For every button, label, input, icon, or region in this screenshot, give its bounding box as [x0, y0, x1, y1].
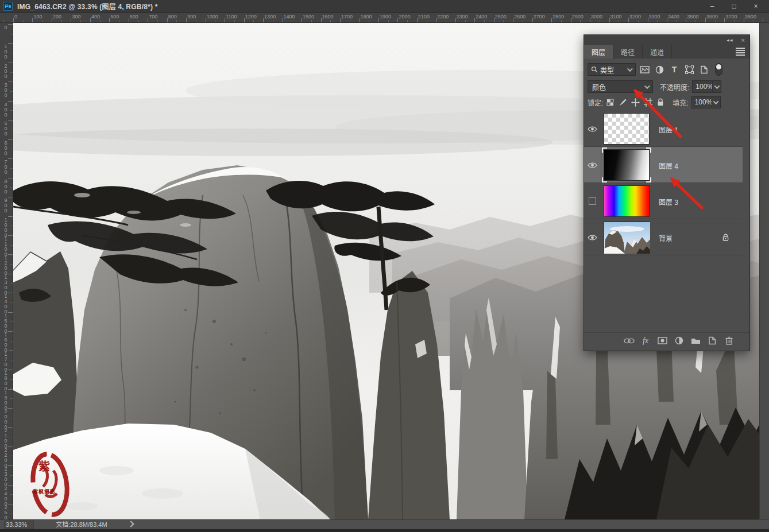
- tab-channels[interactable]: 通道: [643, 45, 672, 59]
- h-ruler-tick-label: 1600: [322, 14, 334, 20]
- fill-value: 100%: [695, 98, 713, 106]
- filter-type-layers-icon[interactable]: T: [668, 63, 681, 76]
- h-ruler-tick-label: 400: [91, 14, 100, 20]
- lock-image-pixels-brush-icon[interactable]: [617, 96, 628, 108]
- fill-value-field[interactable]: 100%: [691, 96, 712, 108]
- panel-menu-icon[interactable]: [736, 48, 745, 55]
- filter-shape-layers-icon[interactable]: [683, 63, 695, 76]
- blend-mode-dropdown[interactable]: 颜色: [588, 80, 653, 93]
- v-ruler-tick-label: 2300: [3, 466, 9, 487]
- v-ruler-tick-label: 1800: [3, 370, 9, 391]
- h-ruler-tick-label: 3400: [668, 14, 679, 20]
- lock-position-move-icon[interactable]: [629, 96, 641, 108]
- v-ruler-tick-label: 1600: [3, 332, 9, 352]
- layer-name[interactable]: 背景: [659, 233, 673, 243]
- document-size-info[interactable]: 文档:28.8M/83.4M: [36, 521, 127, 529]
- status-chevron-icon[interactable]: [127, 521, 134, 527]
- collapse-to-icons-icon[interactable]: ◀◀: [727, 38, 733, 42]
- layer-list: 图层 1 图: [584, 111, 743, 255]
- lock-all-icon[interactable]: [655, 96, 666, 108]
- h-ruler-tick-label: 3200: [629, 14, 641, 20]
- watermark-text: 紫枫摄影: [33, 488, 56, 495]
- filter-type-dropdown[interactable]: 类型: [588, 63, 636, 76]
- horizontal-ruler: 0100200300400500600700800900100011001200…: [0, 13, 769, 23]
- layer-name[interactable]: 图层 3: [659, 197, 678, 207]
- new-adjustment-layer-icon[interactable]: [673, 336, 685, 346]
- opacity-dropdown-button[interactable]: [712, 80, 721, 93]
- h-ruler-tick-label: 100: [33, 14, 42, 20]
- h-ruler-tick-label: 200: [53, 14, 61, 20]
- close-button[interactable]: ×: [745, 0, 767, 13]
- selection-bracket: [646, 177, 651, 182]
- layer-row-layer4-selected[interactable]: 图层 4: [584, 147, 743, 183]
- lock-artboard-icon[interactable]: [642, 96, 654, 108]
- h-ruler-tick-label: 2400: [476, 14, 487, 20]
- filter-pixel-layers-icon[interactable]: [638, 63, 651, 76]
- panel-bottom-toolbar: fx: [584, 332, 749, 348]
- link-layers-icon[interactable]: [623, 336, 635, 346]
- selection-bracket: [602, 147, 607, 153]
- new-group-folder-icon[interactable]: [690, 336, 701, 346]
- v-ruler-tick-label: 1700: [3, 351, 9, 372]
- visibility-toggle[interactable]: [584, 219, 601, 255]
- v-ruler-tick-label: 0: [3, 25, 9, 30]
- h-ruler-tick-label: 3000: [591, 14, 602, 20]
- filter-smart-objects-icon[interactable]: [698, 63, 710, 76]
- eye-icon: [588, 162, 597, 169]
- lock-transparent-pixels-icon[interactable]: [604, 96, 616, 108]
- h-ruler-tick-label: 3500: [687, 14, 698, 20]
- layer-thumbnail[interactable]: [603, 112, 650, 145]
- filter-adjustment-layers-icon[interactable]: [653, 63, 666, 76]
- v-ruler-tick-label: 100: [3, 44, 9, 59]
- layer-row-background[interactable]: 背景: [584, 219, 743, 255]
- layer-thumbnail[interactable]: [603, 185, 650, 218]
- h-ruler-tick-label: 1900: [380, 14, 391, 20]
- thumbnail-color-photo: [604, 222, 650, 253]
- layer-row-layer3-hidden[interactable]: 图层 3: [584, 183, 743, 219]
- filter-toggle-switch[interactable]: [715, 63, 722, 76]
- visibility-toggle[interactable]: [584, 183, 601, 219]
- v-ruler-tick-label: 500: [3, 121, 9, 136]
- tab-layers[interactable]: 图层: [584, 45, 613, 59]
- layer-row-layer1[interactable]: 图层 1: [584, 111, 743, 147]
- visibility-toggle[interactable]: [584, 111, 601, 147]
- v-ruler-tick-label: 1900: [3, 390, 9, 410]
- layer-thumbnail[interactable]: [603, 221, 650, 254]
- h-ruler-tick-label: 1800: [360, 14, 372, 20]
- panel-close-icon[interactable]: ×: [741, 37, 745, 43]
- visibility-toggle[interactable]: [584, 147, 601, 183]
- opacity-label: 不透明度:: [660, 82, 689, 92]
- zoom-level-field[interactable]: 33.33%: [4, 521, 34, 529]
- h-ruler-tick-label: 2200: [437, 14, 449, 20]
- fill-dropdown-button[interactable]: [712, 96, 721, 108]
- status-bar: 33.33% 文档:28.8M/83.4M: [0, 519, 769, 529]
- photoshop-logo-icon: Ps: [3, 2, 13, 11]
- add-layer-mask-icon[interactable]: [656, 336, 668, 346]
- blend-mode-row: 颜色 不透明度: 100%: [584, 79, 749, 94]
- opacity-value-field[interactable]: 100%: [692, 80, 712, 93]
- panel-body: 类型 T 颜: [584, 59, 749, 351]
- new-layer-icon[interactable]: [706, 336, 718, 346]
- h-ruler-tick-label: 1100: [226, 14, 237, 20]
- h-ruler-tick-label: 3800: [745, 14, 756, 20]
- maximize-button[interactable]: □: [723, 0, 745, 13]
- h-ruler-tick-label: 1300: [264, 14, 276, 20]
- v-ruler-tick-label: 600: [3, 140, 9, 156]
- delete-layer-trash-icon[interactable]: [723, 336, 735, 346]
- minimize-button[interactable]: –: [701, 0, 723, 13]
- layer-thumbnail[interactable]: [603, 149, 650, 181]
- workspace-gutter: [759, 23, 769, 519]
- v-ruler-tick-label: 1000: [3, 217, 9, 238]
- tab-paths[interactable]: 路径: [613, 45, 643, 59]
- v-ruler-tick-label: 1300: [3, 274, 9, 295]
- layer-name[interactable]: 图层 1: [659, 125, 678, 134]
- filter-type-label: 类型: [600, 65, 614, 75]
- watermark-char: 紫: [38, 460, 50, 473]
- layer-effects-fx-icon[interactable]: fx: [640, 336, 651, 346]
- v-ruler-tick-label: 2100: [3, 428, 9, 448]
- v-ruler-tick-label: 800: [3, 178, 9, 194]
- chevron-down-icon: [714, 83, 720, 89]
- layer-name[interactable]: 图层 4: [659, 161, 678, 170]
- v-ruler-tick-label: 400: [3, 102, 9, 117]
- h-ruler-tick-label: 700: [149, 14, 157, 20]
